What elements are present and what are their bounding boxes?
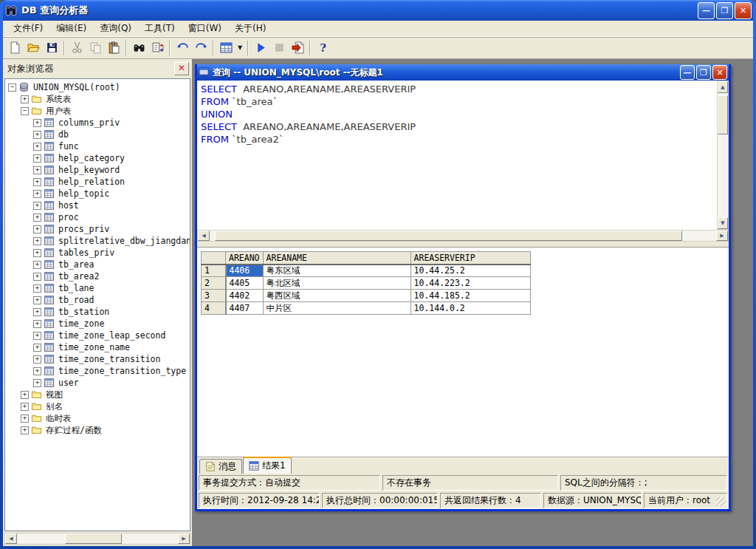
scroll-left-icon[interactable]: ◀ [198,231,210,241]
tree-item[interactable]: +tables_priv [6,247,190,259]
tree-item[interactable]: +user [6,377,190,389]
help-icon[interactable]: ? [314,39,331,57]
menu-item-2[interactable]: 查询(Q) [94,21,137,36]
sql-editor[interactable]: SELECT AREANO,AREANAME,AREASERVERIPFROM … [197,81,717,230]
grid-view-dropdown-icon[interactable]: ▼ [236,39,244,57]
expand-toggle-icon[interactable]: + [33,296,41,304]
row-number-cell[interactable]: 2 [202,277,226,290]
close-button[interactable]: ✕ [735,2,752,19]
child-minimize-button[interactable]: — [680,65,695,80]
expand-toggle-icon[interactable]: + [21,391,29,399]
tree-item[interactable]: +time_zone_leap_second [6,330,190,341]
expand-toggle-icon[interactable]: + [33,178,41,186]
collapse-toggle-icon[interactable]: − [8,83,16,92]
editor-horizontal-scrollbar[interactable]: ◀ ▶ [197,230,729,242]
child-maximize-button[interactable]: ❐ [696,65,711,80]
corner-header-cell[interactable] [202,252,226,265]
data-cell[interactable]: 粤东区域 [263,265,410,277]
data-cell[interactable]: 10.144.0.2 [410,302,530,315]
column-header[interactable]: AREANAME [263,252,410,265]
data-cell[interactable]: 粤北区域 [263,277,410,290]
tree-item[interactable]: +time_zone_transition_type [6,365,190,377]
expand-toggle-icon[interactable]: + [33,225,41,233]
tree-item[interactable]: +存贮过程/函数 [6,424,190,436]
tab-results-1[interactable]: 结果1 [243,457,292,474]
title-bar[interactable]: DB 查询分析器 — ❐ ✕ [3,0,753,21]
new-document-icon[interactable] [6,39,24,57]
expand-toggle-icon[interactable]: + [33,367,41,375]
tree-item[interactable]: +help_category [6,152,190,164]
data-cell[interactable]: 4407 [226,302,264,315]
expand-toggle-icon[interactable]: + [33,344,41,352]
tree-item[interactable]: +视图 [6,389,190,400]
redo-icon[interactable] [192,39,210,57]
replace-icon[interactable] [148,39,166,57]
expand-toggle-icon[interactable]: + [33,131,41,139]
tree-item[interactable]: +proc [6,211,190,223]
column-header[interactable]: AREASERVERIP [410,252,530,265]
tree-item[interactable]: +tb_station [6,306,190,318]
row-number-cell[interactable]: 1 [202,265,226,277]
expand-toggle-icon[interactable]: + [33,284,41,293]
tab-messages[interactable]: 消息 [199,459,242,474]
tree-item[interactable]: +func [6,140,190,152]
tree-item[interactable]: +help_topic [6,188,190,200]
query-window-titlebar[interactable]: 查询 -- UNION_MYSQL\root --无标题1 — ❐ ✕ [197,64,729,81]
tree-item[interactable]: +time_zone [6,318,190,330]
tree-item[interactable]: +splitrelative_dbw_jiangdang_ [6,235,190,247]
expand-toggle-icon[interactable]: + [33,273,41,281]
maximize-button[interactable]: ❐ [716,2,733,19]
minimize-button[interactable]: — [698,2,715,19]
expand-toggle-icon[interactable]: + [33,379,41,387]
expand-toggle-icon[interactable]: + [33,143,41,151]
expand-toggle-icon[interactable]: + [21,403,29,411]
tree-item[interactable]: +tb_lane [6,282,190,294]
tree-item[interactable]: +help_relation [6,176,190,188]
scroll-left-icon[interactable]: ◀ [5,533,17,544]
expand-toggle-icon[interactable]: + [33,320,41,328]
tree-item[interactable]: +time_zone_name [6,341,190,353]
save-icon[interactable] [43,39,61,57]
undo-icon[interactable] [173,39,191,57]
query-window[interactable]: 查询 -- UNION_MYSQL\root --无标题1 — ❐ ✕ SELE… [195,64,731,511]
tree-item[interactable]: +tb_area [6,259,190,270]
tree-item[interactable]: +临时表 [6,412,190,424]
panel-close-icon[interactable]: ✕ [174,62,189,75]
paste-icon[interactable] [105,39,123,57]
data-cell[interactable]: 粤西区域 [263,290,410,302]
data-cell[interactable]: 10.44.185.2 [410,290,530,302]
expand-toggle-icon[interactable]: + [33,119,41,127]
scroll-right-icon[interactable]: ▶ [716,231,728,241]
tree-item[interactable]: −用户表 [6,105,190,117]
tree-item[interactable]: +help_keyword [6,164,190,176]
expand-toggle-icon[interactable]: + [33,308,41,316]
tree-item[interactable]: +procs_priv [6,223,190,235]
expand-toggle-icon[interactable]: + [33,166,41,174]
execute-icon[interactable] [252,39,269,57]
tree-item[interactable]: +columns_priv [6,117,190,129]
tree-item[interactable]: −UNION_MYSQL(root) [6,81,190,93]
expand-toggle-icon[interactable]: + [33,202,41,210]
expand-toggle-icon[interactable]: + [21,95,29,103]
data-cell[interactable]: 10.44.25.2 [410,265,530,277]
row-number-cell[interactable]: 3 [202,290,226,302]
editor-vertical-scrollbar[interactable]: ▲ ▼ [717,81,729,230]
menu-item-1[interactable]: 编辑(E) [50,21,92,36]
column-header[interactable]: AREANO [226,252,264,265]
pane-splitter[interactable] [197,242,729,247]
scroll-right-icon[interactable]: ▶ [178,533,190,544]
expand-toggle-icon[interactable]: + [33,237,41,245]
expand-toggle-icon[interactable]: + [33,332,41,340]
open-file-icon[interactable] [24,39,42,57]
tree-item[interactable]: +db [6,129,190,140]
child-close-button[interactable]: ✕ [712,65,727,80]
row-number-cell[interactable]: 4 [202,302,226,315]
tree-item[interactable]: +别名 [6,400,190,412]
data-cell[interactable]: 4406 [226,265,264,277]
tree-item[interactable]: +time_zone_transition [6,353,190,365]
data-cell[interactable]: 10.44.223.2 [410,277,530,290]
expand-toggle-icon[interactable]: + [21,415,29,423]
expand-toggle-icon[interactable]: + [33,154,41,163]
expand-toggle-icon[interactable]: + [33,261,41,269]
tree-item[interactable]: +tb_area2 [6,270,190,282]
